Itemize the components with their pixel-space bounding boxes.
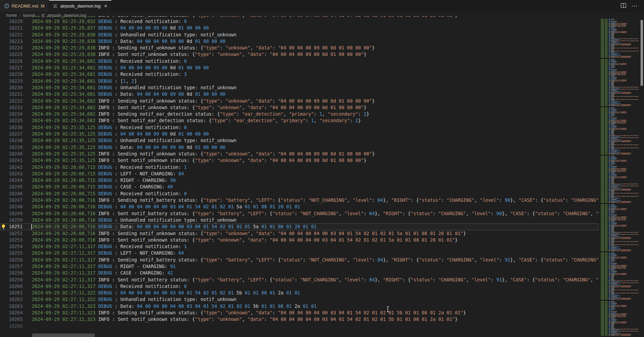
tab-label: README.md	[12, 3, 38, 9]
line-text: 2024-09-29 02:26:00,715 DEBUG : Received…	[32, 164, 187, 171]
line-text: 2024-09-29 02:25:34,682 INFO : Sent noti…	[32, 104, 367, 111]
log-line: 102482024-09-29 02:26:00,716 DEBUG : 04 …	[0, 204, 598, 210]
line-text: 2024-09-29 02:26:00,716 INFO : Sending n…	[32, 197, 598, 204]
log-line: 102612024-09-29 02:27:11,322 DEBUG : 04 …	[0, 290, 598, 296]
log-line: 102462024-09-29 02:26:00,715 DEBUG : Rec…	[0, 190, 598, 197]
line-text: 2024-09-29 02:26:00,716 INFO : Sent noti…	[32, 237, 458, 243]
line-number: 10241	[0, 157, 23, 164]
line-number: 10257	[0, 263, 23, 270]
line-number: 10252	[0, 230, 23, 237]
line-number: 10254	[0, 243, 23, 250]
line-text: 2024-09-29 02:25:29,838 INFO : Sent noti…	[32, 51, 367, 58]
log-line: 102472024-09-29 02:26:00,716 INFO : Send…	[0, 197, 598, 204]
log-line: 10266	[0, 323, 598, 329]
line-text: 2024-09-29 02:25:34,681 DEBUG : [1, 2]	[32, 78, 137, 84]
line-text: 2024-09-29 02:26:00,716 DEBUG : Unhandle…	[32, 217, 237, 223]
line-number: 10242	[0, 164, 23, 171]
line-number: 10239	[0, 144, 23, 151]
line-number: 10240	[0, 151, 23, 157]
line-number: 10245	[0, 184, 23, 190]
log-line: 102562024-09-29 02:27:11,317 INFO : Send…	[0, 257, 598, 263]
horizontal-scrollbar-thumb[interactable]	[32, 334, 95, 337]
line-text: 2024-09-29 02:25:29,838 DEBUG : Unhandle…	[32, 32, 237, 38]
editor-tab-bar: README.md M airpods_daemon.log × ···	[0, 0, 644, 12]
line-text: 2024-09-29 02:27:11,317 DEBUG : LEFT - N…	[32, 250, 184, 256]
line-number: 10248	[0, 204, 23, 210]
line-number: 10224	[0, 45, 23, 51]
log-line: 102452024-09-29 02:26:00,715 DEBUG : CAS…	[0, 184, 598, 190]
vertical-scrollbar-thumb[interactable]	[641, 20, 643, 86]
line-text: 2024-09-29 02:26:00,715 DEBUG : RIGHT - …	[32, 177, 176, 184]
line-text: 2024-09-29 02:25:29,837 DEBUG : 04 00 04…	[32, 25, 209, 31]
log-line: 102512024-09-29 02:26:00,716 DEBUG : Dat…	[0, 223, 598, 230]
line-number: 10230	[0, 84, 23, 91]
line-number: 10266	[0, 323, 23, 329]
tab-airpods-daemon-log[interactable]: airpods_daemon.log ×	[49, 0, 112, 12]
line-number: 10258	[0, 270, 23, 276]
line-text: 2024-09-29 02:25:35,125 DEBUG : Data: 04…	[32, 144, 225, 151]
close-icon[interactable]: ×	[104, 3, 107, 9]
line-number: 10231	[0, 91, 23, 97]
line-text: 2024-09-29 02:27:11,317 INFO : Sending n…	[32, 257, 598, 263]
partial-line-top: 2024-09-29 02:25:29,832 INFO : Sent noti…	[0, 16, 598, 19]
log-line: 102652024-09-29 02:27:11,323 INFO : Sent…	[0, 316, 598, 323]
line-number: 10235	[0, 117, 23, 124]
log-line: 102332024-09-29 02:25:34,682 INFO : Sent…	[0, 104, 598, 111]
line-number: 10259	[0, 277, 23, 283]
line-number: 10253	[0, 237, 23, 243]
line-number: 10244	[0, 177, 23, 184]
line-text: 2024-09-29 02:25:34,681 DEBUG : Received…	[32, 58, 187, 65]
log-line: 102322024-09-29 02:25:34,682 INFO : Send…	[0, 98, 598, 104]
line-text: 2024-09-29 02:27:11,317 DEBUG : Received…	[32, 283, 187, 290]
line-number: 10250	[0, 217, 23, 223]
code-lines: 102202024-09-29 02:25:29,832 DEBUG : Rec…	[0, 18, 598, 337]
log-file-icon	[53, 4, 58, 8]
line-text: 2024-09-29 02:27:11,317 INFO : Sent noti…	[32, 277, 598, 283]
line-number: 10246	[0, 190, 23, 197]
log-line: 102412024-09-29 02:25:35,125 INFO : Sent…	[0, 157, 598, 164]
line-number: 10225	[0, 51, 23, 58]
lightbulb-icon[interactable]	[1, 224, 6, 230]
line-text: 2024-09-29 02:27:11,323 INFO : Sent noti…	[32, 316, 458, 323]
log-line: 102262024-09-29 02:25:34,681 DEBUG : Rec…	[0, 58, 598, 65]
tab-label: airpods_daemon.log	[60, 3, 101, 9]
line-number: 10262	[0, 296, 23, 303]
text-cursor	[31, 224, 32, 230]
log-line: 102292024-09-29 02:25:34,681 DEBUG : [1,…	[0, 78, 598, 84]
log-line: 102492024-09-29 02:26:00,716 INFO : Sent…	[0, 210, 598, 217]
log-line: 102362024-09-29 02:25:35,125 DEBUG : Rec…	[0, 124, 598, 131]
line-text: 2024-09-29 02:25:34,681 DEBUG : Unhandle…	[32, 84, 237, 91]
log-line: 102592024-09-29 02:27:11,317 INFO : Sent…	[0, 277, 598, 283]
log-line: 102442024-09-29 02:26:00,715 DEBUG : RIG…	[0, 177, 598, 184]
line-text: 2024-09-29 02:26:00,715 DEBUG : CASE - C…	[32, 184, 173, 190]
minimap[interactable]	[601, 19, 639, 336]
vscode-window: README.md M airpods_daemon.log × ··· hom…	[0, 0, 644, 337]
split-editor-icon[interactable]	[621, 3, 626, 9]
log-line: 102602024-09-29 02:27:11,317 DEBUG : Rec…	[0, 283, 598, 290]
line-text: 2024-09-29 02:25:29,838 INFO : Sending n…	[32, 45, 375, 51]
log-line: 102302024-09-29 02:25:34,681 DEBUG : Unh…	[0, 84, 598, 91]
log-line: 102552024-09-29 02:27:11,317 DEBUG : LEF…	[0, 250, 598, 256]
log-line: 102392024-09-29 02:25:35,125 DEBUG : Dat…	[0, 144, 598, 151]
log-line: 102422024-09-29 02:26:00,715 DEBUG : Rec…	[0, 164, 598, 171]
line-text: 2024-09-29 02:27:11,323 INFO : Sending n…	[32, 310, 466, 316]
log-line: 102402024-09-29 02:25:35,125 INFO : Send…	[0, 151, 598, 157]
log-line: 102312024-09-29 02:25:34,681 DEBUG : Dat…	[0, 91, 598, 97]
log-line: 102282024-09-29 02:25:34,681 DEBUG : Rec…	[0, 71, 598, 78]
line-number: 10237	[0, 131, 23, 137]
editor-pane[interactable]: home › kavish › airpods_daemon.log 2024-…	[0, 12, 644, 337]
line-text: 2024-09-29 02:26:00,716 INFO : Sending n…	[32, 230, 466, 237]
log-line: 102212024-09-29 02:25:29,837 DEBUG : 04 …	[0, 25, 598, 31]
log-line: 102572024-09-29 02:27:11,317 DEBUG : RIG…	[0, 263, 598, 270]
line-number: 10232	[0, 98, 23, 104]
more-actions-icon[interactable]: ···	[632, 3, 638, 9]
line-number: 10260	[0, 283, 23, 290]
log-line: 102272024-09-29 02:25:34,681 DEBUG : 04 …	[0, 65, 598, 71]
log-line: 102372024-09-29 02:25:35,125 DEBUG : 04 …	[0, 131, 598, 137]
line-number: 10222	[0, 32, 23, 38]
editor-actions: ···	[621, 0, 644, 12]
tab-readme[interactable]: README.md M	[0, 0, 49, 12]
line-text: 2024-09-29 02:27:11,323 DEBUG : Data: 04…	[32, 303, 317, 310]
line-number	[0, 16, 23, 19]
log-line: 102522024-09-29 02:26:00,716 INFO : Send…	[0, 230, 598, 237]
